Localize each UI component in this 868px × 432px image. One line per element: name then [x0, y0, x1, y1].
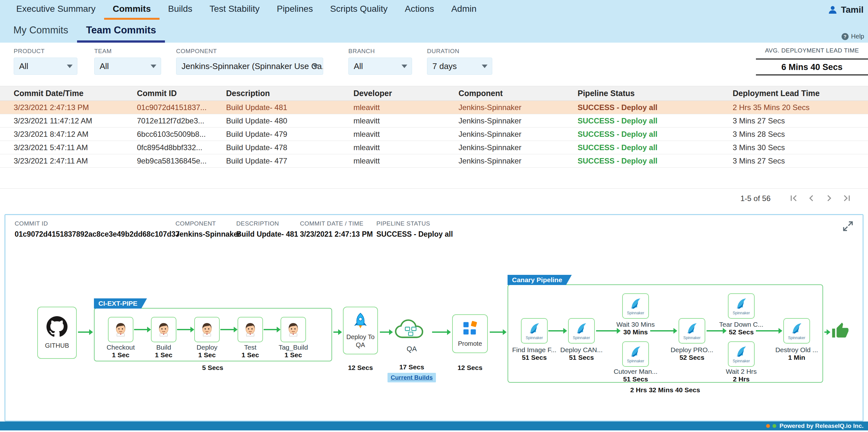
cell-status: SUCCESS - Deploy all: [571, 101, 726, 114]
flow-arrow: [490, 331, 503, 333]
cell-developer: mleavitt: [347, 114, 452, 128]
duration-filter: DURATION 7 days: [427, 48, 492, 86]
user-icon: [828, 5, 838, 15]
cell-status: SUCCESS - Deploy all: [571, 154, 726, 168]
cell-lead-time: 3 Mins 28 Secs: [726, 128, 868, 141]
cell-date: 3/23/2021 2:47:11 AM: [0, 154, 130, 168]
jenkins-icon: [285, 321, 302, 338]
branch-filter-label: BRANCH: [348, 48, 412, 55]
table-empty-area: [0, 168, 868, 189]
stage-destroy-old[interactable]: Spinnaker: [783, 318, 810, 343]
team-filter-select[interactable]: All: [94, 58, 161, 75]
user-name: Tamil: [841, 5, 864, 15]
last-page-button[interactable]: [841, 193, 853, 204]
table-header-row: Commit Date/Time Commit ID Description D…: [0, 86, 868, 101]
ci-group-flag: CI-EXT-PIPE: [94, 298, 147, 308]
cell-description: Build Update- 481: [220, 101, 347, 114]
pagination: 1-5 of 56: [0, 189, 868, 208]
stage-find-image[interactable]: Spinnaker: [521, 318, 548, 343]
nav-item-test-stability[interactable]: Test Stability: [201, 0, 268, 20]
help-icon: [842, 33, 848, 40]
cell-description: Build Update- 480: [220, 114, 347, 128]
nav-item-admin[interactable]: Admin: [443, 0, 485, 20]
stage-deploy[interactable]: [194, 317, 220, 342]
stage-checkout[interactable]: [108, 317, 133, 342]
table-row[interactable]: 3/23/2021 5:47:11 AM 0fc8954d8bbf332... …: [0, 141, 868, 154]
chevron-down-icon: [151, 65, 156, 68]
first-page-icon: [788, 193, 799, 204]
branch-filter: BRANCH All: [348, 48, 412, 86]
tab-my-commits[interactable]: My Commits: [4, 20, 77, 43]
team-filter: TEAM All: [94, 48, 161, 86]
tabs-bar: My Commits Team Commits Help: [0, 20, 868, 43]
component-filter-select[interactable]: Jenkins-Spinnaker (Spinnaker Use Ca...: [176, 58, 323, 75]
cell-commit-id: 9eb9ca58136845e...: [130, 154, 220, 168]
branch-filter-select[interactable]: All: [348, 58, 412, 75]
jenkins-icon: [113, 321, 129, 338]
nav-item-executive-summary[interactable]: Executive Summary: [8, 0, 104, 20]
pipeline-node-github[interactable]: GITHUB: [37, 307, 77, 359]
prev-page-button[interactable]: [806, 193, 817, 204]
chevron-left-icon: [806, 193, 817, 204]
flow-arrow: [548, 330, 564, 331]
product-filter-select[interactable]: All: [14, 58, 78, 75]
nav-item-scripts-quality[interactable]: Scripts Quality: [321, 0, 396, 20]
stage-label: Destroy Old ... 1 Min: [773, 346, 820, 361]
stage-label: Cutover Man... 51 Secs: [612, 368, 659, 383]
tab-team-commits[interactable]: Team Commits: [77, 20, 165, 43]
col-commit-date: Commit Date/Time: [0, 86, 130, 101]
jenkins-icon: [155, 321, 172, 338]
duration-filter-select[interactable]: 7 days: [427, 58, 492, 75]
nav-item-actions[interactable]: Actions: [396, 0, 443, 20]
chevron-down-icon: [482, 65, 488, 68]
nav-item-builds[interactable]: Builds: [159, 0, 201, 20]
stage-tag-build[interactable]: [281, 317, 306, 342]
stage-tear-down[interactable]: Spinnaker: [728, 293, 755, 319]
next-page-button[interactable]: [824, 193, 835, 204]
help-label: Help: [851, 33, 864, 40]
ci-total-time: 5 Secs: [181, 364, 245, 371]
qa-cloud-icon: [394, 318, 429, 342]
table-row[interactable]: 3/23/2021 2:47:11 AM 9eb9ca58136845e... …: [0, 154, 868, 168]
duration-filter-value: 7 days: [432, 61, 457, 71]
pagination-range: 1-5 of 56: [740, 194, 771, 203]
user-menu[interactable]: Tamil: [828, 0, 864, 20]
cell-commit-id: 01c9072d4151837...: [130, 101, 220, 114]
stage-label: Wait 30 Mins 30 Mins: [612, 321, 659, 336]
stage-wait-30-mins[interactable]: Spinnaker: [622, 293, 649, 319]
current-builds-link[interactable]: Current Builds: [388, 373, 436, 383]
stage-deploy-prod[interactable]: Spinnaker: [679, 318, 705, 343]
pipeline-node-deploy-to-qa[interactable]: Deploy To QA: [343, 307, 378, 354]
flow-arrow: [333, 331, 339, 333]
table-row[interactable]: 3/23/2021 8:47:12 AM 6bcc6103c5009b8... …: [0, 128, 868, 141]
cell-developer: mleavitt: [347, 128, 452, 141]
cell-date: 3/23/2021 11:47:12 AM: [0, 114, 130, 128]
table-row[interactable]: 3/23/2021 2:47:13 PM 01c9072d4151837... …: [0, 101, 868, 114]
help-button[interactable]: Help: [842, 33, 864, 40]
stage-test[interactable]: [238, 317, 263, 342]
flow-arrow: [432, 331, 447, 333]
commits-table-section: Commit Date/Time Commit ID Description D…: [0, 86, 868, 208]
lead-time-value: 6 Mins 40 Secs: [756, 59, 868, 75]
nav-item-commits[interactable]: Commits: [104, 0, 159, 20]
main-nav: Executive Summary Commits Builds Test St…: [0, 0, 868, 20]
qa-label: QA: [388, 345, 436, 353]
stage-build[interactable]: [151, 317, 177, 342]
stage-cutover-manifest[interactable]: Spinnaker: [622, 341, 649, 367]
col-component: Component: [452, 86, 571, 101]
thumbs-up-icon: [831, 322, 849, 341]
ci-pipeline-group: CI-EXT-PIPE Checkout 1 Sec Build 1 Sec: [94, 308, 332, 361]
flow-arrow: [756, 330, 779, 331]
stage-deploy-canary[interactable]: Spinnaker: [568, 318, 595, 343]
cell-commit-id: 0fc8954d8bbf332...: [130, 141, 220, 154]
cell-lead-time: 3 Mins 27 Secs: [726, 114, 868, 128]
stage-wait-2-hrs[interactable]: Spinnaker: [728, 341, 755, 367]
chevron-right-icon: [824, 193, 835, 204]
pipeline-node-promote[interactable]: Promote: [452, 314, 488, 353]
promote-label: Promote: [456, 340, 484, 348]
table-row[interactable]: 3/23/2021 11:47:12 AM 7012e112f7d2be3...…: [0, 114, 868, 128]
pipeline-node-qa[interactable]: [394, 318, 429, 343]
commits-table: Commit Date/Time Commit ID Description D…: [0, 86, 868, 168]
nav-item-pipelines[interactable]: Pipelines: [268, 0, 321, 20]
first-page-button[interactable]: [788, 193, 799, 204]
